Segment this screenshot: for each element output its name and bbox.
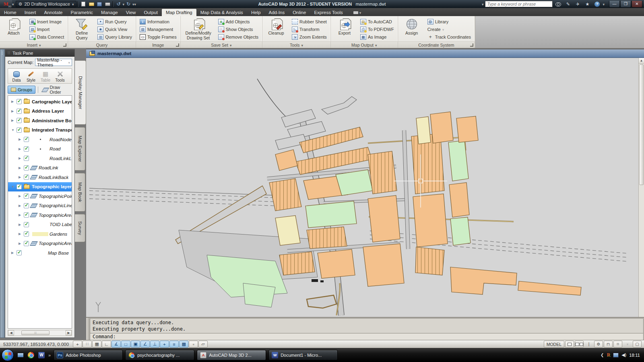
undo-dropdown-icon[interactable]	[122, 2, 124, 6]
cs-create-button[interactable]: Create	[426, 26, 472, 33]
tree-item-gardens[interactable]: Gardens	[8, 229, 72, 239]
search-button[interactable]	[554, 1, 562, 7]
scrollbar-thumb[interactable]	[639, 64, 644, 185]
checkbox[interactable]	[24, 175, 29, 180]
expand-icon[interactable]	[19, 175, 24, 179]
dialog-launcher-icon[interactable]	[470, 43, 474, 47]
subscription-center-button[interactable]: ✎	[564, 1, 572, 7]
quick-view-button[interactable]: Quick View	[96, 26, 133, 33]
tab-add-ins[interactable]: Add-Ins	[265, 9, 289, 16]
tab-view[interactable]: View	[122, 9, 140, 16]
image-information-button[interactable]: Information	[138, 18, 178, 25]
tree-item-roadlink[interactable]: RoadLink	[8, 163, 72, 173]
layout-icon[interactable]	[565, 341, 574, 348]
collapse-icon[interactable]	[11, 128, 17, 132]
define-modify-drawing-set-button[interactable]: Define/Modify Drawing Set	[182, 17, 215, 41]
task-pane-edge-bar[interactable]	[0, 49, 5, 338]
expand-icon[interactable]	[19, 213, 24, 217]
dynamic-ucs-toggle[interactable]: ⊥	[150, 341, 159, 348]
help-button[interactable]: ?	[593, 1, 601, 7]
to-autocad-button[interactable]: To AutoCAD	[359, 18, 395, 25]
query-library-button[interactable]: Query Library	[96, 33, 133, 41]
checkbox[interactable]	[17, 184, 22, 189]
tab-insert[interactable]: Insert	[21, 9, 40, 16]
tab-help[interactable]: Help	[247, 9, 265, 16]
tab-survey[interactable]: Survey	[75, 214, 85, 242]
taskbar-button-photoshop[interactable]: Ps Adobe Photoshop	[54, 350, 123, 360]
panel-label-image[interactable]: Image	[136, 41, 180, 48]
checkbox[interactable]	[24, 193, 29, 199]
tab-display-manager[interactable]: Display Manager	[75, 60, 86, 125]
tree-item-roadnode[interactable]: RoadNode	[8, 135, 72, 144]
quick-launch-overflow-icon[interactable]: »	[48, 353, 51, 358]
quick-properties-toggle[interactable]: ▫	[189, 341, 198, 348]
zoom-extents-button[interactable]: Zoom Extents	[291, 33, 328, 41]
checkbox[interactable]	[17, 109, 22, 114]
checkbox[interactable]	[24, 231, 29, 237]
transform-button[interactable]: Transform	[291, 26, 328, 33]
tree-item-topographicareaup[interactable]: TopographicAreaUp	[8, 210, 72, 220]
tree-item-toid-label[interactable]: TOID Label	[8, 220, 72, 230]
to-pdf-dwf-button[interactable]: To PDF/DWF	[359, 26, 395, 33]
image-management-button[interactable]: Management	[138, 26, 178, 33]
show-objects-button[interactable]: Show Objects	[217, 26, 260, 33]
restore-button[interactable]: ❐	[620, 1, 631, 8]
tree-item-topographicarea[interactable]: TopographicArea	[8, 239, 72, 249]
infer-constraints-toggle[interactable]: +	[73, 341, 82, 348]
insert-image-button[interactable]: Insert Image	[28, 18, 65, 25]
scroll-up-icon[interactable]: ▲	[639, 58, 644, 64]
quick-view-layouts-icon[interactable]	[575, 341, 584, 348]
remove-objects-button[interactable]: Remove Objects	[217, 33, 260, 41]
help-dropdown-icon[interactable]	[603, 2, 605, 6]
drawing-canvas[interactable]	[86, 58, 638, 340]
object-snap-tracking-toggle[interactable]: ∠	[140, 341, 150, 348]
rubber-sheet-button[interactable]: Rubber Sheet	[291, 18, 328, 25]
tree-item-cartographic-layer[interactable]: Cartographic Layer	[8, 97, 72, 107]
communication-center-button[interactable]: ✈	[574, 1, 582, 7]
vertical-scrollbar[interactable]: ▲ ▼	[638, 58, 644, 340]
expand-icon[interactable]	[19, 242, 24, 245]
tree-item-address-layer[interactable]: Address Layer	[8, 107, 72, 116]
panel-label-tools[interactable]: Tools	[262, 41, 330, 48]
dynamic-input-toggle[interactable]: +	[160, 341, 169, 348]
quick-access-customize-icon[interactable]	[134, 2, 136, 6]
redo-button[interactable]	[125, 1, 132, 7]
current-map-select[interactable]: MasterMap - Themes	[35, 59, 72, 66]
quick-launch-desktop[interactable]	[16, 351, 25, 360]
3d-object-snap-toggle[interactable]: ▣	[131, 341, 140, 348]
close-button[interactable]: ✕	[632, 1, 642, 8]
tree-item-topographicpoint[interactable]: TopographicPoint	[8, 191, 72, 201]
toolbar-lock-icon[interactable]: ⊓	[604, 341, 613, 348]
tools-button[interactable]: Tools	[54, 70, 66, 82]
panel-label-map-output[interactable]: Map Output	[331, 41, 398, 48]
polar-tracking-toggle[interactable]: ∡	[111, 341, 121, 348]
new-button[interactable]	[80, 1, 87, 7]
tray-app-icon[interactable]: R	[607, 352, 610, 358]
expand-icon[interactable]	[19, 223, 24, 226]
cs-library-button[interactable]: Library	[426, 18, 472, 25]
checkbox[interactable]	[24, 156, 29, 161]
expand-icon[interactable]	[19, 138, 24, 141]
tree-item-roadlinkback[interactable]: RoadLinkBack	[8, 173, 72, 182]
open-button[interactable]	[88, 1, 95, 7]
tab-map-book[interactable]: Map Book	[75, 173, 85, 212]
expand-icon[interactable]	[11, 109, 17, 113]
tree-item-map-base[interactable]: Map Base	[8, 248, 72, 258]
tab-annotate[interactable]: Annotate	[40, 9, 66, 16]
tab-output[interactable]: Output	[140, 9, 162, 16]
tab-parametric[interactable]: Parametric	[67, 9, 97, 16]
task-pane-titlebar[interactable]: ⁞⁞ Task Pane	[5, 49, 74, 57]
assign-button[interactable]: Assign	[400, 17, 424, 41]
tree-item-topographic-layer[interactable]: Topographic layer	[8, 182, 72, 192]
start-button[interactable]	[2, 349, 14, 361]
style-button[interactable]: Style	[25, 70, 37, 82]
tree-horizontal-scrollbar[interactable]: ◀ ⁞⁞⁞ ▶	[8, 330, 72, 336]
quick-launch-word[interactable]: W	[37, 351, 46, 360]
scroll-left-icon[interactable]: ◀	[8, 330, 14, 335]
tab-home[interactable]: Home	[0, 9, 21, 16]
clock[interactable]: 18:11	[629, 353, 640, 358]
import-button[interactable]: Import	[28, 26, 65, 33]
tab-map-data-analysis[interactable]: Map Data & Analysis	[196, 9, 247, 16]
speaker-icon[interactable]: ◀)	[621, 352, 626, 358]
expand-icon[interactable]	[19, 204, 24, 208]
